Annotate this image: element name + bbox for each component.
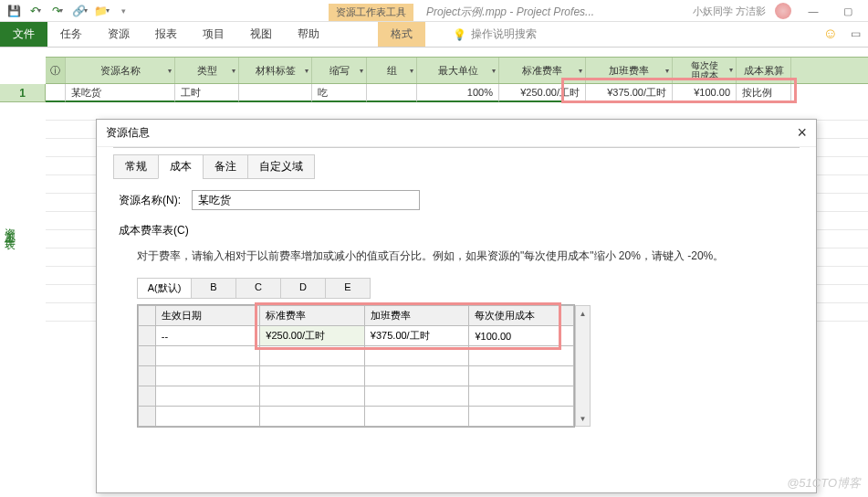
user-area: 小妖同学 方洁影 — ▢ xyxy=(693,2,861,20)
feedback-icon[interactable]: ☺ xyxy=(823,26,838,42)
tab-cost[interactable]: 成本 xyxy=(158,154,204,179)
redo-button[interactable]: ↷▾ xyxy=(47,2,68,20)
chevron-down-icon: ▾ xyxy=(59,6,63,15)
sheet-side-label: 资源工作表 xyxy=(2,219,17,233)
resource-name-input[interactable] xyxy=(192,190,420,210)
lightbulb-icon: 💡 xyxy=(453,28,466,41)
collapse-ribbon-icon[interactable]: ▭ xyxy=(851,27,861,40)
cell-name[interactable]: 某吃货 xyxy=(66,84,175,102)
rate-tab-d[interactable]: D xyxy=(280,278,326,299)
cell-group[interactable] xyxy=(367,84,417,102)
col-accrue[interactable]: 成本累算 xyxy=(737,58,791,83)
table-row[interactable]: 1 某吃货 工时 吃 100% ¥250.00/工时 ¥375.00/工时 ¥1… xyxy=(0,84,868,102)
col-std-rate[interactable]: 标准费率 xyxy=(260,306,365,326)
cell-std[interactable]: ¥250.00/工时 xyxy=(499,84,586,102)
col-per-use[interactable]: 每次使用成本 xyxy=(469,306,574,326)
column-headers: ⓘ 资源名称▾ 类型▾ 材料标签▾ 缩写▾ 组▾ 最大单位▾ 标准费率▾ 加班费… xyxy=(46,57,868,84)
scrollbar[interactable]: ▲ ▼ xyxy=(575,305,591,427)
col-group[interactable]: 组▾ xyxy=(367,58,417,83)
cell-per[interactable]: ¥100.00 xyxy=(469,326,574,346)
tab-view[interactable]: 视图 xyxy=(237,22,285,47)
close-button[interactable]: × xyxy=(797,123,807,143)
title-bar: 资源工作表工具 Project示例.mpp - Project Profes..… xyxy=(329,2,740,22)
col-per[interactable]: 每次使 用成本▾ xyxy=(673,58,737,83)
col-ovt[interactable]: 加班费率▾ xyxy=(586,58,673,83)
qat-customize[interactable]: ▾ xyxy=(113,2,133,20)
cell-initials[interactable]: 吃 xyxy=(312,84,367,102)
undo-button[interactable]: ↶▾ xyxy=(26,2,46,20)
link-button[interactable]: 🔗▾ xyxy=(69,2,89,20)
cell-per[interactable]: ¥100.00 xyxy=(673,84,737,102)
tab-report[interactable]: 报表 xyxy=(142,22,190,47)
hint-text: 对于费率，请输入相对于以前费率增加或减小的值或百分比。例如，如果资源的"每次使用… xyxy=(137,248,794,265)
tell-me-label: 操作说明搜索 xyxy=(471,26,537,42)
col-max[interactable]: 最大单位▾ xyxy=(417,58,499,83)
name-field-label: 资源名称(N): xyxy=(119,193,192,208)
row-number[interactable]: 1 xyxy=(0,84,46,102)
save-icon: 💾 xyxy=(7,5,21,17)
chevron-down-icon: ▾ xyxy=(106,6,110,15)
cell-ovt[interactable]: ¥375.00/工时 xyxy=(586,84,673,102)
cell-ovt[interactable]: ¥375.00/工时 xyxy=(364,326,469,346)
context-tab-label: 资源工作表工具 xyxy=(329,4,413,21)
cell-material[interactable] xyxy=(239,84,312,102)
resource-info-dialog: 资源信息 × 常规 成本 备注 自定义域 资源名称(N): 成本费率表(C) 对… xyxy=(96,119,817,493)
col-name[interactable]: 资源名称▾ xyxy=(66,58,175,83)
dialog-titlebar[interactable]: 资源信息 × xyxy=(97,120,816,147)
ribbon-tabs: 文件 任务 资源 报表 项目 视图 帮助 格式 💡 操作说明搜索 xyxy=(0,22,868,48)
restore-button[interactable]: ▢ xyxy=(835,2,861,20)
chevron-down-icon: ▾ xyxy=(168,67,172,75)
col-effective-date[interactable]: 生效日期 xyxy=(155,306,260,326)
tab-custom[interactable]: 自定义域 xyxy=(247,154,315,179)
tab-project[interactable]: 项目 xyxy=(190,22,237,47)
cell-std[interactable]: ¥250.00/工时 xyxy=(260,326,365,346)
cell-type[interactable]: 工时 xyxy=(175,84,239,102)
tab-general[interactable]: 常规 xyxy=(113,154,159,179)
folder-button[interactable]: 📁▾ xyxy=(91,2,111,20)
tab-task[interactable]: 任务 xyxy=(47,22,95,47)
scroll-up-icon[interactable]: ▲ xyxy=(576,306,590,321)
fingerprint-icon xyxy=(775,3,791,19)
rate-table-tabs: A(默认) B C D E xyxy=(137,278,794,299)
scroll-down-icon[interactable]: ▼ xyxy=(576,411,590,426)
rate-grid: 生效日期 标准费率 加班费率 每次使用成本 -- ¥250.00/工时 ¥375… xyxy=(137,304,575,428)
rate-tab-a[interactable]: A(默认) xyxy=(137,278,192,299)
rate-tab-e[interactable]: E xyxy=(325,278,371,299)
watermark: @51CTO博客 xyxy=(787,475,861,492)
dialog-title: 资源信息 xyxy=(106,125,150,141)
col-ovt-rate[interactable]: 加班费率 xyxy=(364,306,469,326)
tab-resource[interactable]: 资源 xyxy=(95,22,142,47)
tab-help[interactable]: 帮助 xyxy=(285,22,332,47)
tab-format[interactable]: 格式 xyxy=(378,22,425,47)
file-tab[interactable]: 文件 xyxy=(0,22,47,47)
cell-date[interactable]: -- xyxy=(155,326,260,346)
cell-accrue[interactable]: 按比例 xyxy=(737,84,791,102)
rate-row[interactable]: -- ¥250.00/工时 ¥375.00/工时 ¥100.00 xyxy=(139,326,574,346)
rate-tab-c[interactable]: C xyxy=(235,278,281,299)
tab-notes[interactable]: 备注 xyxy=(203,154,248,179)
col-type[interactable]: 类型▾ xyxy=(175,58,239,83)
chevron-down-icon: ▾ xyxy=(84,6,88,15)
cost-table-label: 成本费率表(C) xyxy=(119,223,794,238)
chevron-down-icon: ▾ xyxy=(37,6,41,15)
save-button[interactable]: 💾 xyxy=(4,2,24,20)
minimize-button[interactable]: — xyxy=(800,2,826,20)
dialog-tabs: 常规 成本 备注 自定义域 xyxy=(113,154,816,179)
col-info[interactable]: ⓘ xyxy=(46,58,66,83)
cell-max[interactable]: 100% xyxy=(417,84,499,102)
col-initials[interactable]: 缩写▾ xyxy=(312,58,367,83)
tell-me-search[interactable]: 💡 操作说明搜索 xyxy=(453,22,537,47)
user-name: 小妖同学 方洁影 xyxy=(693,5,766,18)
document-title: Project示例.mpp - Project Profes... xyxy=(426,5,594,20)
col-material[interactable]: 材料标签▾ xyxy=(239,58,312,83)
rate-tab-b[interactable]: B xyxy=(191,278,236,299)
col-std[interactable]: 标准费率▾ xyxy=(499,58,586,83)
